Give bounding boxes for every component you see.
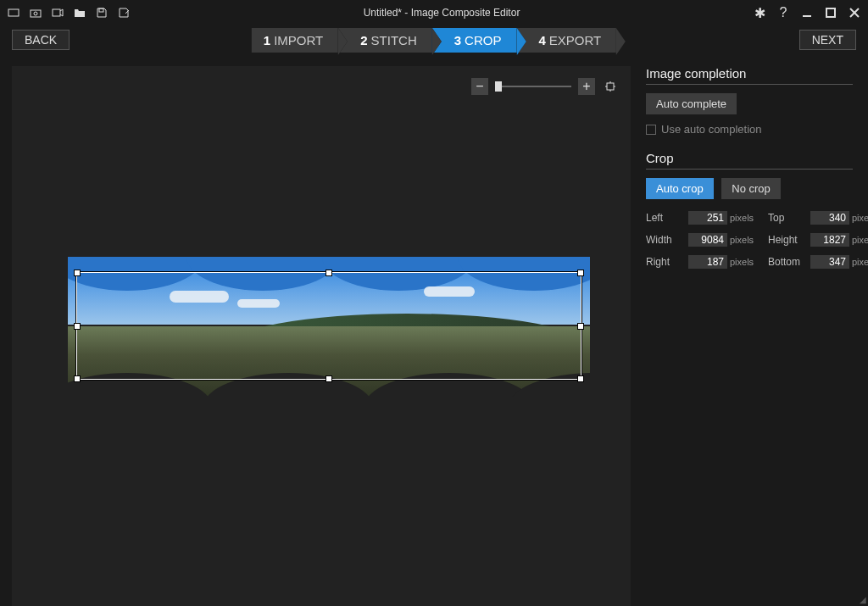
- width-unit: pixels: [727, 235, 753, 245]
- step-export[interactable]: 4EXPORT: [516, 28, 616, 53]
- auto-complete-button[interactable]: Auto complete: [646, 93, 737, 114]
- new-from-video-icon[interactable]: [51, 6, 64, 19]
- window-title: Untitled* - Image Composite Editor: [131, 7, 753, 19]
- top-input[interactable]: 340: [810, 211, 849, 225]
- left-label: Left: [646, 212, 688, 224]
- panorama-preview[interactable]: [68, 257, 590, 398]
- svg-rect-4: [99, 8, 103, 12]
- left-input[interactable]: 251: [688, 211, 727, 225]
- save-as-icon[interactable]: [117, 6, 131, 19]
- new-panorama-icon[interactable]: [7, 6, 20, 19]
- bottom-unit: pixels: [849, 257, 868, 267]
- right-input[interactable]: 187: [688, 255, 727, 269]
- bottom-label: Bottom: [768, 256, 810, 268]
- height-input[interactable]: 1827: [810, 233, 849, 247]
- height-unit: pixels: [849, 235, 868, 245]
- crop-handle-bottom-left[interactable]: [74, 375, 81, 382]
- svg-rect-0: [8, 9, 19, 16]
- zoom-out-button[interactable]: −: [471, 78, 488, 95]
- open-icon[interactable]: [73, 6, 86, 19]
- close-icon[interactable]: [848, 6, 861, 19]
- back-button[interactable]: BACK: [12, 30, 70, 50]
- use-auto-completion-label: Use auto completion: [661, 123, 762, 136]
- zoom-fit-button[interactable]: [602, 78, 619, 95]
- height-label: Height: [768, 234, 810, 246]
- maximize-icon[interactable]: [824, 6, 837, 19]
- left-unit: pixels: [727, 213, 753, 223]
- svg-rect-1: [31, 10, 41, 17]
- svg-rect-6: [826, 8, 835, 17]
- width-label: Width: [646, 234, 688, 246]
- top-unit: pixels: [849, 213, 868, 223]
- step-import[interactable]: 1IMPORT: [252, 28, 338, 53]
- top-label: Top: [768, 212, 810, 224]
- no-crop-button[interactable]: No crop: [721, 178, 781, 199]
- step-stitch[interactable]: 2STITCH: [338, 28, 432, 53]
- zoom-thumb[interactable]: [495, 81, 502, 92]
- settings-icon[interactable]: ✱: [753, 6, 766, 19]
- resize-grip-icon[interactable]: ◢: [860, 595, 866, 604]
- auto-crop-button[interactable]: Auto crop: [646, 178, 714, 199]
- crop-handle-bottom-right[interactable]: [577, 375, 584, 382]
- crop-handle-top-mid[interactable]: [326, 270, 332, 276]
- image-completion-header: Image completion: [646, 66, 853, 85]
- use-auto-completion-checkbox[interactable]: Use auto completion: [646, 123, 853, 136]
- bottom-input[interactable]: 347: [810, 255, 849, 269]
- crop-handle-top-right[interactable]: [577, 270, 584, 276]
- crop-handle-top-left[interactable]: [74, 270, 81, 276]
- save-icon[interactable]: [95, 6, 108, 19]
- svg-rect-9: [607, 83, 614, 90]
- help-icon[interactable]: ?: [776, 6, 790, 19]
- next-button[interactable]: NEXT: [799, 30, 856, 50]
- side-panel: Image completion Auto complete Use auto …: [631, 54, 868, 606]
- right-unit: pixels: [727, 257, 753, 267]
- canvas[interactable]: − +: [12, 66, 631, 606]
- workflow-bar: BACK 1IMPORT 2STITCH 3CROP 4EXPORT NEXT: [0, 25, 868, 54]
- crop-rectangle[interactable]: [76, 272, 581, 380]
- crop-header: Crop: [646, 151, 853, 170]
- checkbox-icon: [646, 125, 656, 135]
- minimize-icon[interactable]: [800, 6, 814, 19]
- width-input[interactable]: 9084: [688, 233, 727, 247]
- workflow-steps: 1IMPORT 2STITCH 3CROP 4EXPORT: [252, 28, 616, 53]
- zoom-controls: − +: [471, 78, 619, 95]
- titlebar: Untitled* - Image Composite Editor ✱ ?: [0, 0, 868, 25]
- svg-rect-3: [53, 9, 60, 16]
- crop-handle-mid-right[interactable]: [577, 323, 584, 330]
- crop-handle-bottom-mid[interactable]: [326, 375, 332, 382]
- crop-dimensions: Left 251 pixels Top 340 pixels Width 908…: [646, 211, 853, 269]
- new-from-camera-icon[interactable]: [29, 6, 42, 19]
- crop-handle-mid-left[interactable]: [74, 323, 81, 330]
- step-crop[interactable]: 3CROP: [432, 28, 517, 53]
- right-label: Right: [646, 256, 688, 268]
- zoom-in-button[interactable]: +: [578, 78, 595, 95]
- zoom-slider[interactable]: [495, 86, 571, 87]
- svg-point-2: [34, 12, 37, 15]
